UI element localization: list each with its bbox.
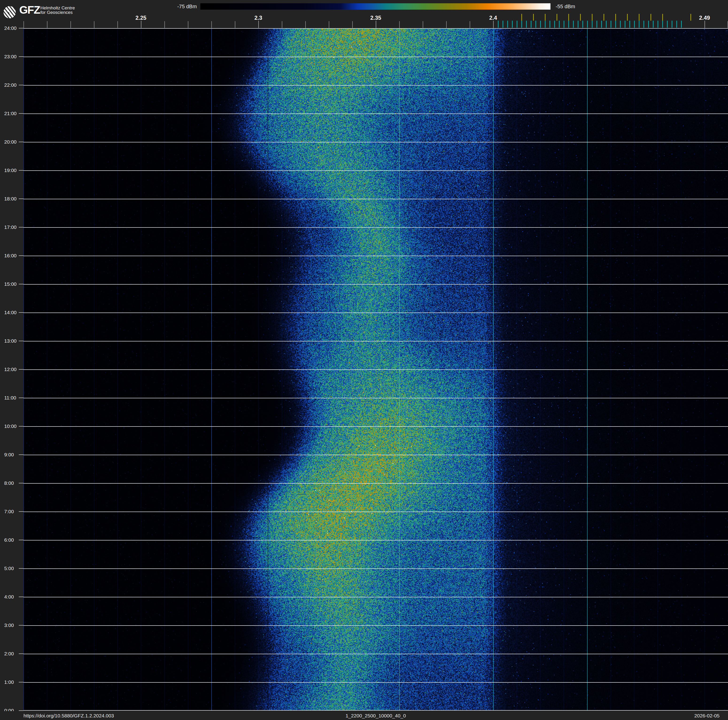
ble-channel-tick [554, 21, 555, 28]
brand-text: GFZ [19, 5, 40, 15]
hour-label: 4:00 [4, 594, 14, 600]
ble-channel-tick [629, 21, 630, 28]
hour-tick [19, 568, 23, 569]
ble-channel-tick [503, 21, 503, 28]
hour-label: 11:00 [4, 395, 16, 401]
ble-channel-tick [583, 21, 583, 28]
hour-tick [19, 57, 23, 57]
hour-label: 9:00 [4, 452, 14, 458]
footer-bar: https://doi.org/10.5880/GFZ.1.2.2024.003… [0, 711, 728, 720]
hour-label: 22:00 [4, 82, 17, 88]
freq-minor-tick [94, 21, 95, 28]
hour-tick [19, 284, 23, 284]
ble-channel-tick [639, 21, 639, 28]
ble-channel-tick [564, 21, 564, 28]
hour-label: 21:00 [4, 111, 17, 116]
hour-label: 15:00 [4, 281, 17, 287]
wifi-channel-tick [580, 14, 581, 21]
ble-channel-tick [620, 21, 621, 28]
hour-tick [19, 483, 23, 483]
brand-tagline: Helmholtz Centre for Geosciences [40, 6, 75, 15]
ble-channel-tick [587, 21, 588, 28]
hour-gridline [23, 142, 728, 142]
freq-tick-label: 2.35 [370, 15, 381, 21]
hour-gridline [23, 710, 728, 711]
ble-channel-tick [531, 21, 531, 28]
freq-tick-label: 2.49 [699, 15, 710, 21]
wifi-channel-tick [690, 14, 691, 21]
freq-major-tick [258, 21, 259, 28]
wifi-channel-tick [604, 14, 604, 21]
freq-minor-tick [23, 21, 24, 28]
ble-channel-tick [658, 21, 658, 28]
ble-channel-tick [545, 21, 546, 28]
hour-tick [19, 369, 23, 370]
hour-gridline [23, 313, 728, 313]
hour-label: 19:00 [4, 167, 17, 173]
hour-gridline [23, 284, 728, 285]
hour-label: 3:00 [4, 622, 14, 628]
wifi-channel-tick [615, 14, 616, 21]
gfz-logo [3, 5, 16, 20]
hour-tick [19, 256, 23, 256]
freq-tick-label: 2.3 [254, 15, 262, 21]
freq-minor-tick [118, 21, 118, 28]
freq-minor-tick [305, 21, 306, 28]
spectrogram-plot [23, 28, 728, 711]
ble-channel-tick [512, 21, 513, 28]
hour-tick [19, 597, 23, 597]
ble-channel-tick [676, 21, 677, 28]
colorbar-gradient [200, 3, 551, 10]
hour-label: 13:00 [4, 338, 17, 344]
colorbar-min-label: -75 dBm [150, 3, 197, 10]
freq-minor-tick [423, 21, 423, 28]
ble-channel-tick [667, 21, 668, 28]
dataset-id-label: 1_2200_2500_10000_40_0 [23, 713, 728, 718]
hour-gridline [23, 28, 728, 29]
hour-gridline [23, 512, 728, 512]
hour-tick [19, 170, 23, 171]
wifi-channel-tick [639, 14, 639, 21]
ble-channel-tick [549, 21, 550, 28]
hour-label: 16:00 [4, 253, 17, 259]
freq-tick-label: 2.4 [489, 15, 497, 21]
hour-gridline [23, 398, 728, 398]
hour-label: 24:00 [4, 25, 17, 31]
hour-gridline [23, 227, 728, 228]
colorbar-max-label: -55 dBm [556, 3, 575, 10]
hour-gridline [23, 455, 728, 455]
wifi-channel-tick [522, 14, 522, 21]
freq-minor-tick [70, 21, 71, 28]
freq-minor-tick [164, 21, 165, 28]
hour-gridline [23, 170, 728, 171]
ble-channel-tick [540, 21, 541, 28]
hour-tick [19, 142, 23, 142]
hour-gridline [23, 426, 728, 427]
freq-minor-tick [399, 21, 400, 28]
freq-major-tick [705, 21, 705, 28]
ble-channel-tick [671, 21, 672, 28]
hour-label: 18:00 [4, 196, 17, 202]
hour-label: 6:00 [4, 537, 14, 543]
hour-gridline [23, 199, 728, 199]
ble-channel-tick [648, 21, 649, 28]
hour-gridline [23, 113, 728, 114]
freq-minor-tick [188, 21, 188, 28]
hour-gridline [23, 57, 728, 57]
ble-channel-tick [498, 21, 499, 28]
hour-gridline [23, 483, 728, 484]
tagline-line1: Helmholtz Centre [40, 6, 75, 10]
ble-channel-tick [592, 21, 592, 28]
hour-tick [19, 227, 23, 227]
ble-channel-tick [662, 21, 663, 28]
date-label: 2026-02-05 [694, 713, 720, 718]
hour-tick [19, 398, 23, 398]
wifi-channel-tick [533, 14, 534, 21]
ble-channel-tick [644, 21, 644, 28]
wifi-channel-tick [592, 14, 592, 21]
hour-gridline [23, 256, 728, 256]
hour-label: 17:00 [4, 224, 17, 230]
hour-gridline [23, 568, 728, 569]
freq-major-tick [141, 21, 141, 28]
freq-major-tick [493, 21, 494, 28]
